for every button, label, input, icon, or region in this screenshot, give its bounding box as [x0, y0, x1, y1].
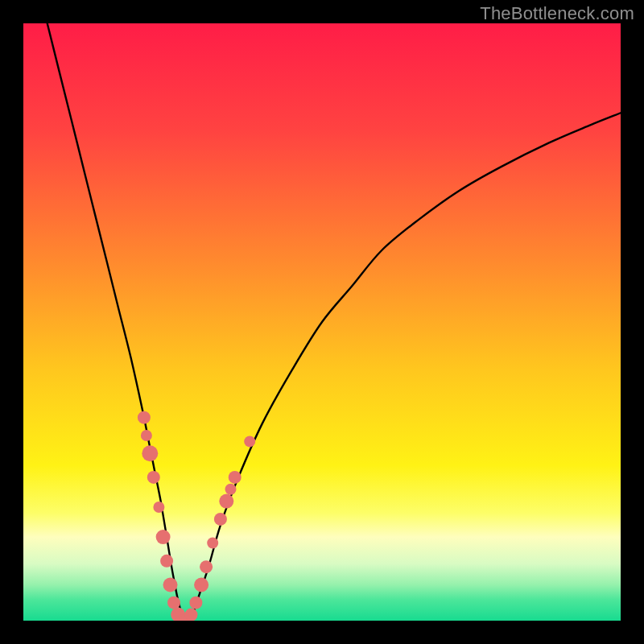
highlight-dot	[153, 502, 164, 513]
highlight-dots-group	[138, 411, 255, 621]
highlight-dot	[244, 436, 255, 447]
chart-frame: TheBottleneck.com	[0, 0, 644, 644]
highlight-dot	[142, 445, 158, 461]
chart-svg	[23, 23, 621, 621]
highlight-dot	[207, 538, 218, 549]
highlight-dot	[225, 484, 237, 495]
bottleneck-curve	[47, 23, 621, 621]
highlight-dot	[156, 530, 171, 544]
highlight-dot	[160, 555, 173, 568]
highlight-dot	[214, 513, 227, 526]
highlight-dot	[167, 597, 180, 609]
plot-area	[23, 23, 621, 621]
highlight-dot	[219, 494, 233, 509]
highlight-dot	[189, 597, 202, 609]
highlight-dot	[163, 578, 178, 592]
highlight-dot	[200, 560, 213, 573]
highlight-dot	[141, 430, 152, 441]
highlight-dot	[185, 609, 198, 621]
highlight-dot	[138, 411, 151, 424]
watermark-text: TheBottleneck.com	[480, 3, 634, 24]
highlight-dot	[147, 471, 160, 484]
highlight-dot	[229, 471, 242, 484]
highlight-dot	[194, 578, 208, 592]
